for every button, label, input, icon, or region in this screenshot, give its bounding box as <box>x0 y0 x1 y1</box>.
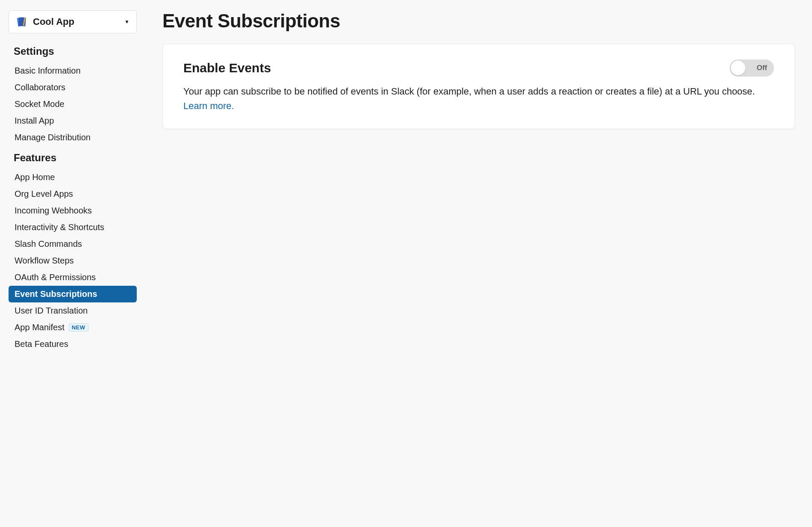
nav-list-settings: Basic Information Collaborators Socket M… <box>9 62 137 146</box>
toggle-state-label: Off <box>756 64 767 72</box>
nav-item-label: Socket Mode <box>15 99 65 109</box>
section-heading-settings: Settings <box>14 45 137 57</box>
nav-item-label: User ID Translation <box>15 306 88 316</box>
nav-item-collaborators[interactable]: Collaborators <box>9 79 137 96</box>
sidebar-section-settings: Settings Basic Information Collaborators… <box>9 45 137 146</box>
page-title: Event Subscriptions <box>162 10 795 32</box>
nav-item-label: Event Subscriptions <box>15 289 97 299</box>
app-name: Cool App <box>33 16 74 27</box>
nav-item-label: Interactivity & Shortcuts <box>15 222 104 232</box>
chevron-down-icon: ▼ <box>124 19 129 25</box>
nav-item-slash-commands[interactable]: Slash Commands <box>9 236 137 252</box>
learn-more-link[interactable]: Learn more. <box>183 101 234 111</box>
nav-list-features: App Home Org Level Apps Incoming Webhook… <box>9 169 137 352</box>
nav-item-manage-distribution[interactable]: Manage Distribution <box>9 129 137 146</box>
card-description-text: Your app can subscribe to be notified of… <box>183 86 755 97</box>
sidebar: Cool App ▼ Settings Basic Information Co… <box>0 0 145 527</box>
nav-item-label: Beta Features <box>15 339 68 349</box>
card-title: Enable Events <box>183 61 271 75</box>
app-selector[interactable]: Cool App ▼ <box>9 10 137 33</box>
nav-item-label: App Home <box>15 172 55 182</box>
nav-item-label: Incoming Webhooks <box>15 206 92 216</box>
app-selector-content: Cool App <box>16 16 74 28</box>
nav-item-oauth-permissions[interactable]: OAuth & Permissions <box>9 269 137 286</box>
nav-item-install-app[interactable]: Install App <box>9 113 137 129</box>
nav-item-label: Slash Commands <box>15 239 82 249</box>
nav-item-label: Workflow Steps <box>15 256 74 266</box>
nav-item-user-id-translation[interactable]: User ID Translation <box>9 302 137 319</box>
nav-item-beta-features[interactable]: Beta Features <box>9 336 137 352</box>
nav-item-label: Install App <box>15 116 54 126</box>
main-content: Event Subscriptions Enable Events Off Yo… <box>145 0 812 527</box>
nav-item-label: App Manifest <box>15 323 65 332</box>
nav-item-label: Org Level Apps <box>15 189 73 199</box>
toggle-knob <box>731 61 745 75</box>
card-description: Your app can subscribe to be notified of… <box>183 84 774 113</box>
card-header: Enable Events Off <box>183 59 774 77</box>
nav-item-label: OAuth & Permissions <box>15 272 96 282</box>
nav-item-workflow-steps[interactable]: Workflow Steps <box>9 252 137 269</box>
nav-item-app-manifest[interactable]: App Manifest NEW <box>9 319 137 336</box>
nav-item-socket-mode[interactable]: Socket Mode <box>9 96 137 113</box>
nav-item-interactivity-shortcuts[interactable]: Interactivity & Shortcuts <box>9 219 137 236</box>
nav-item-label: Basic Information <box>15 66 81 76</box>
nav-item-basic-information[interactable]: Basic Information <box>9 62 137 79</box>
nav-item-event-subscriptions[interactable]: Event Subscriptions <box>9 286 137 302</box>
sidebar-section-features: Features App Home Org Level Apps Incomin… <box>9 152 137 352</box>
nav-item-incoming-webhooks[interactable]: Incoming Webhooks <box>9 202 137 219</box>
nav-item-app-home[interactable]: App Home <box>9 169 137 186</box>
nav-item-label: Manage Distribution <box>15 133 91 142</box>
enable-events-toggle[interactable]: Off <box>730 59 774 77</box>
nav-item-label: Collaborators <box>15 83 65 92</box>
enable-events-card: Enable Events Off Your app can subscribe… <box>162 44 795 129</box>
nav-item-org-level-apps[interactable]: Org Level Apps <box>9 186 137 202</box>
section-heading-features: Features <box>14 152 137 164</box>
new-badge: NEW <box>69 323 88 332</box>
app-icon <box>16 16 28 28</box>
